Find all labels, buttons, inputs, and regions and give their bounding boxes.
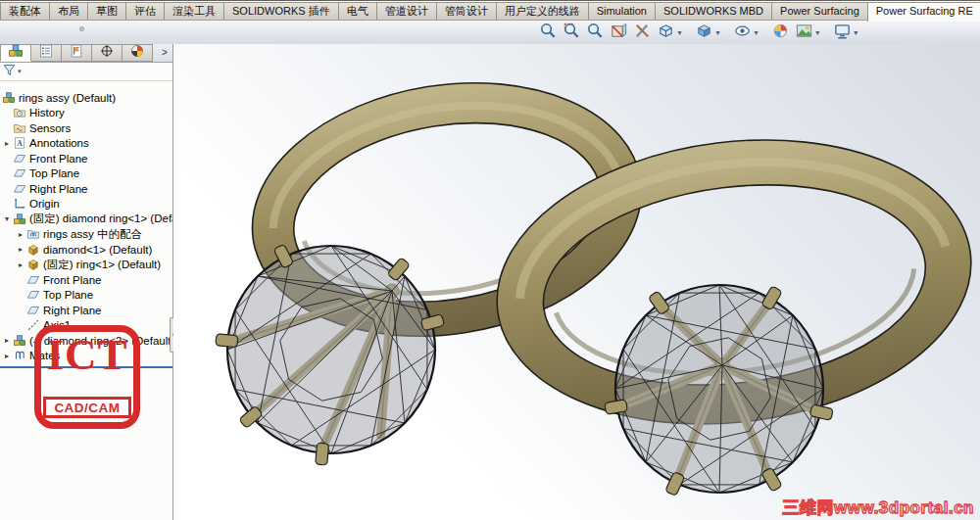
panel-more-button[interactable]: >	[157, 44, 172, 62]
expand-arrow[interactable]: ▸	[15, 260, 26, 269]
command-tab-2[interactable]: 草图	[87, 2, 126, 20]
hide-show-items-button[interactable]: ▼	[731, 23, 761, 42]
hide-show-icon	[733, 22, 752, 44]
tree-item-1[interactable]: History	[0, 106, 172, 121]
diamond-1[interactable]	[216, 244, 445, 465]
dropdown-caret[interactable]: ▼	[814, 29, 821, 36]
ict-logo-subtitle: CAD/CAM	[43, 397, 131, 418]
command-tab-8[interactable]: 管筒设计	[436, 2, 497, 20]
previous-view-icon	[586, 22, 605, 44]
command-tab-5[interactable]: SOLIDWORKS 插件	[223, 2, 339, 20]
annotation-views-icon	[633, 22, 652, 44]
expand-arrow[interactable]: ▸	[1, 352, 13, 360]
plane-icon	[26, 288, 40, 302]
tree-item-2[interactable]: Sensors	[0, 120, 172, 136]
mates-folder-icon	[26, 227, 40, 241]
rings-3d-scene	[173, 44, 980, 520]
section-view-icon	[610, 22, 628, 44]
filter-dropdown-caret[interactable]: ▾	[18, 68, 22, 75]
filter-icon	[2, 63, 17, 81]
diamond-2[interactable]	[605, 285, 834, 496]
display-style-icon	[695, 22, 713, 44]
view-settings-icon	[833, 22, 852, 44]
dropdown-caret[interactable]: ▼	[853, 29, 859, 36]
expand-arrow[interactable]: ▸	[15, 245, 26, 254]
plane-icon	[26, 273, 40, 287]
tree-item-7[interactable]: Origin	[0, 197, 172, 213]
toolbar-strip: ▼▼▼▼▼	[0, 21, 980, 44]
tree-item-11[interactable]: ▸(固定) ring<1> (Default)	[0, 258, 172, 273]
dropdown-caret[interactable]: ▼	[714, 29, 721, 36]
panel-tab-bar: >	[0, 44, 172, 63]
headsup-view-toolbar: ▼▼▼▼▼	[537, 23, 868, 42]
dropdown-caret[interactable]: ▼	[676, 29, 683, 36]
plane-icon	[13, 182, 26, 196]
assembly-icon	[13, 334, 26, 348]
tree-item-5[interactable]: Top Plane	[0, 166, 172, 182]
tree-item-0[interactable]: rings assy (Default)	[0, 90, 172, 106]
plane-icon	[13, 152, 26, 165]
tree-item-8[interactable]: ▾(固定) diamond ring<1> (Default)	[0, 212, 172, 227]
plane-icon	[26, 304, 40, 317]
edit-appearance-icon	[771, 22, 790, 44]
view-settings-button[interactable]: ▼	[831, 23, 861, 42]
command-tab-1[interactable]: 布局	[49, 2, 88, 20]
zoom-to-area-icon	[563, 22, 581, 44]
panel-tab-dimxpertmanager[interactable]	[91, 44, 122, 62]
zoom-to-fit-button[interactable]	[537, 23, 560, 42]
tree-item-14[interactable]: Right Plane	[0, 303, 172, 318]
display-style-button[interactable]: ▼	[693, 23, 723, 42]
axis-icon	[26, 318, 40, 332]
command-tab-9[interactable]: 用户定义的线路	[496, 2, 589, 20]
expand-arrow[interactable]: ▸	[1, 139, 13, 148]
ict-logo-title: ICT	[41, 333, 133, 377]
apply-scene-button[interactable]: ▼	[793, 23, 823, 42]
panel-tab-featuremanager[interactable]	[0, 44, 31, 62]
part-icon	[26, 243, 40, 257]
section-view-button[interactable]	[608, 23, 630, 42]
zoom-to-fit-icon	[539, 22, 558, 44]
origin-icon	[13, 197, 26, 211]
sensors-icon	[13, 121, 26, 135]
expand-arrow[interactable]: ▸	[1, 336, 13, 345]
edit-appearance-button[interactable]	[769, 23, 792, 42]
command-tab-6[interactable]: 电气	[338, 2, 377, 20]
tree-filter-row[interactable]: ▾	[0, 63, 172, 81]
view-orientation-button[interactable]: ▼	[655, 23, 685, 42]
tree-item-9[interactable]: ▸rings assy 中的配合	[0, 227, 172, 243]
configurationmanager-icon	[69, 43, 84, 63]
tree-item-4[interactable]: Front Plane	[0, 151, 172, 166]
tree-item-12[interactable]: Front Plane	[0, 272, 172, 288]
panel-tab-displaymanager[interactable]	[122, 44, 153, 62]
command-tab-12[interactable]: Power Surfacing	[771, 2, 868, 20]
displaymanager-icon	[129, 43, 145, 63]
command-tab-13[interactable]: Power Surfacing RE	[867, 2, 980, 22]
svg-text:A: A	[17, 139, 23, 148]
graphics-viewport[interactable]: 三维网www.3dportal.cn	[173, 44, 980, 520]
commandmanager-tab-bar: 装配体布局草图评估渲染工具SOLIDWORKS 插件电气管道设计管筒设计用户定义…	[0, 2, 980, 21]
command-tab-4[interactable]: 渲染工具	[164, 2, 224, 20]
dynamic-annotation-views-button[interactable]	[631, 23, 654, 42]
panel-tab-propertymanager[interactable]	[30, 44, 62, 62]
command-tab-10[interactable]: Simulation	[588, 2, 656, 20]
assembly-icon	[13, 213, 26, 226]
expand-arrow[interactable]: ▸	[15, 230, 26, 239]
expand-arrow[interactable]: ▾	[1, 214, 13, 223]
command-tab-0[interactable]: 装配体	[0, 2, 50, 20]
command-tab-11[interactable]: SOLIDWORKS MBD	[655, 2, 772, 20]
featuremanager-panel: > ▾ rings assy (Default)HistorySensors▸A…	[0, 44, 172, 520]
assembly-icon	[2, 91, 16, 105]
dimxpertmanager-icon	[99, 43, 115, 63]
tree-item-3[interactable]: ▸AAnnotations	[0, 136, 172, 152]
history-icon	[13, 106, 26, 119]
zoom-to-area-button[interactable]	[561, 23, 583, 42]
command-tab-7[interactable]: 管道设计	[376, 2, 437, 20]
command-tab-3[interactable]: 评估	[125, 2, 165, 20]
tree-item-13[interactable]: Top Plane	[0, 288, 172, 304]
ict-logo: ICT CAD/CAM	[34, 325, 140, 429]
panel-tab-configurationmanager[interactable]	[61, 44, 92, 62]
tree-item-6[interactable]: Right Plane	[0, 181, 172, 197]
previous-view-button[interactable]	[584, 23, 607, 42]
tree-item-10[interactable]: ▸diamond<1> (Default)	[0, 242, 172, 258]
dropdown-caret[interactable]: ▼	[753, 29, 760, 36]
